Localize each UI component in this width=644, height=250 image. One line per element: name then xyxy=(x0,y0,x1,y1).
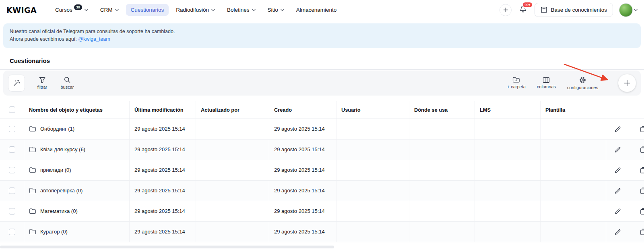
duplicate-icon[interactable] xyxy=(640,125,644,133)
magic-wand-icon xyxy=(12,79,21,87)
object-name-cell[interactable]: приклади (0) xyxy=(24,160,130,180)
last-modified-cell: 29 agosto 2025 15:14 xyxy=(130,181,196,201)
object-name-cell[interactable]: Математика (0) xyxy=(24,201,130,221)
plus-icon xyxy=(624,80,630,86)
folder-icon xyxy=(29,167,36,173)
template-cell xyxy=(541,222,606,242)
created-cell: 29 agosto 2025 15:14 xyxy=(269,160,336,180)
search-label: buscar xyxy=(60,85,74,90)
knowledge-base-button[interactable]: Base de conocimientos xyxy=(535,3,613,17)
telegram-info-banner: Nuestro canal oficial de Telegram para c… xyxy=(3,23,641,48)
object-name-cell[interactable]: автоперевірка (0) xyxy=(24,181,130,201)
column-header: Creado xyxy=(269,101,336,119)
lms-cell xyxy=(475,119,541,139)
object-name-cell[interactable]: Куратор (0) xyxy=(24,222,130,242)
duplicate-icon[interactable] xyxy=(640,146,644,153)
folder-icon xyxy=(29,188,36,194)
add-folder-button[interactable]: + carpeta xyxy=(507,77,526,89)
header-divider xyxy=(0,69,644,70)
column-header: Plantilla xyxy=(541,101,606,119)
nav-item-label: CRM xyxy=(100,7,113,13)
nav-item-label: Radiodifusión xyxy=(176,7,209,13)
edit-pencil-icon[interactable] xyxy=(614,146,621,153)
settings-label: configuraciones xyxy=(567,85,598,90)
where-used-cell xyxy=(409,160,475,180)
row-checkbox[interactable] xyxy=(9,146,15,153)
kwiga-logo[interactable]: KWIGA xyxy=(6,6,37,15)
row-checkbox[interactable] xyxy=(9,167,15,173)
object-name: Куратор (0) xyxy=(40,229,68,235)
select-all-checkbox[interactable] xyxy=(9,106,15,113)
actions-column-header xyxy=(606,101,644,119)
object-name: Математика (0) xyxy=(40,208,78,214)
column-header: Usuario xyxy=(336,101,409,119)
chevron-down-icon xyxy=(281,9,284,11)
chevron-down-icon xyxy=(634,9,638,11)
updated-by-cell xyxy=(196,201,269,221)
edit-pencil-icon[interactable] xyxy=(614,228,621,235)
chevron-down-icon xyxy=(115,9,119,11)
row-checkbox[interactable] xyxy=(9,229,15,235)
edit-pencil-icon[interactable] xyxy=(614,208,621,215)
select-all-cell xyxy=(0,101,24,119)
filter-button[interactable]: filtrar xyxy=(33,77,52,90)
create-quiz-button[interactable] xyxy=(618,74,636,92)
chevron-down-icon xyxy=(211,9,215,11)
row-actions-cell xyxy=(606,201,644,221)
columns-button[interactable]: columnas xyxy=(537,77,556,89)
updated-by-cell xyxy=(196,181,269,201)
table-row: приклади (0) 29 agosto 2025 15:14 29 ago… xyxy=(0,160,644,181)
edit-pencil-icon[interactable] xyxy=(614,125,621,133)
notifications-badge: 99+ xyxy=(522,2,533,8)
banner-line2-text: Ahora puede escribirnos aquí: xyxy=(10,36,77,42)
nav-item-sitio[interactable]: Sitio xyxy=(263,4,289,16)
created-cell: 29 agosto 2025 15:14 xyxy=(269,140,336,160)
duplicate-icon[interactable] xyxy=(640,228,644,235)
row-checkbox[interactable] xyxy=(9,188,15,194)
row-checkbox[interactable] xyxy=(9,208,15,215)
settings-button[interactable]: configuraciones xyxy=(567,76,598,90)
columns-icon xyxy=(543,77,550,83)
updated-by-cell xyxy=(196,119,269,139)
user-cell xyxy=(336,119,409,139)
updated-by-cell xyxy=(196,160,269,180)
plus-icon xyxy=(503,7,508,12)
horizontal-scrollbar[interactable] xyxy=(0,246,334,248)
row-checkbox[interactable] xyxy=(9,126,15,132)
object-name-cell[interactable]: Квізи для курсу (6) xyxy=(24,140,130,160)
updated-by-cell xyxy=(196,222,269,242)
created-cell: 29 agosto 2025 15:14 xyxy=(269,201,336,221)
filter-icon xyxy=(39,77,46,83)
nav-item-boletines[interactable]: Boletines xyxy=(222,4,260,16)
magic-wand-button[interactable] xyxy=(8,75,25,92)
nav-item-radiodifusion[interactable]: Radiodifusión xyxy=(171,4,220,16)
nav-item-almacenamiento[interactable]: Almacenamiento xyxy=(291,4,342,16)
nav-item-cuestionarios[interactable]: Cuestionarios xyxy=(126,4,169,16)
object-name-cell[interactable]: Онбординг (1) xyxy=(24,119,130,139)
duplicate-icon[interactable] xyxy=(640,208,644,215)
last-modified-cell: 29 agosto 2025 15:14 xyxy=(130,160,196,180)
folder-plus-icon xyxy=(512,77,520,83)
quick-add-button[interactable] xyxy=(500,4,512,16)
search-icon xyxy=(64,76,71,83)
duplicate-icon[interactable] xyxy=(640,187,644,194)
nav-item-cursos[interactable]: Cursos30 xyxy=(50,4,93,16)
telegram-link[interactable]: @kwiga_team xyxy=(78,36,110,42)
folder-icon xyxy=(29,126,36,132)
lms-cell xyxy=(475,160,541,180)
search-button[interactable]: buscar xyxy=(58,76,76,90)
column-header: Dónde se usa xyxy=(409,101,475,119)
created-cell: 29 agosto 2025 15:14 xyxy=(269,222,336,242)
nav-item-crm[interactable]: CRM xyxy=(95,4,124,16)
account-menu[interactable] xyxy=(619,3,638,17)
row-actions-cell xyxy=(606,181,644,201)
user-cell xyxy=(336,160,409,180)
row-checkbox-cell xyxy=(0,140,24,160)
object-name: Онбординг (1) xyxy=(40,126,74,132)
last-modified-cell: 29 agosto 2025 15:14 xyxy=(130,140,196,160)
edit-pencil-icon[interactable] xyxy=(614,187,621,194)
notifications-button[interactable]: 99+ xyxy=(518,4,528,16)
folder-icon xyxy=(29,146,36,152)
edit-pencil-icon[interactable] xyxy=(614,167,621,174)
duplicate-icon[interactable] xyxy=(640,167,644,174)
